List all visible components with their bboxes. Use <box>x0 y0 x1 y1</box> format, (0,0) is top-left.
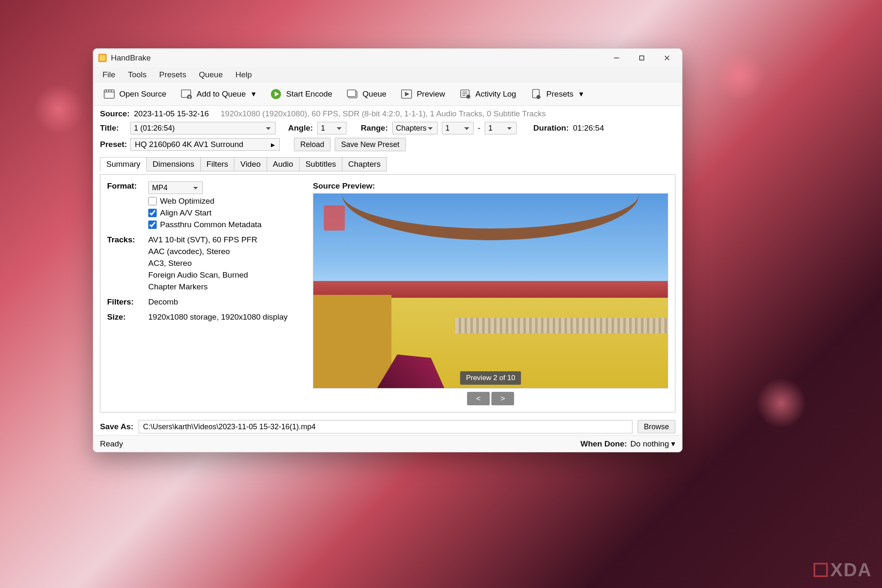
document-gear-icon <box>530 88 542 100</box>
app-title: HandBrake <box>111 53 151 63</box>
chevron-right-icon: ▸ <box>271 140 275 150</box>
source-preview-label: Source Preview: <box>313 181 668 191</box>
passthru-metadata-checkbox[interactable]: Passthru Common Metadata <box>148 220 300 229</box>
svg-marker-18 <box>405 92 409 96</box>
svg-rect-1 <box>640 56 644 60</box>
when-done-select[interactable]: Do nothing ▾ <box>630 439 675 449</box>
duration-value: 01:26:54 <box>573 123 604 133</box>
svg-point-25 <box>537 95 540 99</box>
menu-tools[interactable]: Tools <box>122 68 152 81</box>
angle-select[interactable]: 1 <box>317 122 346 134</box>
track-line: AV1 10-bit (SVT), 60 FPS PFR <box>148 235 300 244</box>
title-select[interactable]: 1 (01:26:54) <box>130 122 276 134</box>
menu-help[interactable]: Help <box>229 68 257 81</box>
filters-value: Decomb <box>148 297 300 307</box>
preset-select[interactable]: HQ 2160p60 4K AV1 Surround ▸ <box>130 138 280 151</box>
track-line: Foreign Audio Scan, Burned <box>148 270 300 280</box>
pictures-icon <box>346 88 358 100</box>
tab-audio[interactable]: Audio <box>267 157 300 171</box>
preview-button[interactable]: Preview <box>395 86 451 102</box>
tab-chapters[interactable]: Chapters <box>342 157 387 171</box>
activity-log-button[interactable]: Activity Log <box>454 86 522 102</box>
track-line: AAC (avcodec), Stereo <box>148 247 300 256</box>
title-label: Title: <box>100 123 126 133</box>
preset-label: Preset: <box>100 140 126 149</box>
minimize-button[interactable] <box>604 49 629 67</box>
save-as-row: Save As: Browse <box>93 417 682 435</box>
web-optimized-checkbox[interactable]: Web Optimized <box>148 197 300 206</box>
menubar: File Tools Presets Queue Help <box>93 67 682 82</box>
app-window: HandBrake File Tools Presets Queue Help … <box>93 48 682 452</box>
align-av-checkbox[interactable]: Align A/V Start <box>148 208 300 218</box>
tab-filters[interactable]: Filters <box>200 157 235 171</box>
angle-label: Angle: <box>288 123 313 133</box>
menu-presets[interactable]: Presets <box>153 68 192 81</box>
range-mode-select[interactable]: Chapters <box>392 122 438 134</box>
source-name: 2023-11-05 15-32-16 <box>134 109 209 118</box>
app-icon <box>98 54 107 62</box>
title-row: Title: 1 (01:26:54) Angle: 1 Range: Chap… <box>100 122 675 134</box>
toolbar: Open Source Add to Queue ▾ Start Encode … <box>93 82 682 106</box>
source-label: Source: <box>100 109 130 118</box>
menu-queue[interactable]: Queue <box>193 68 228 81</box>
preview-badge: Preview 2 of 10 <box>460 371 521 385</box>
play-rect-icon <box>401 88 412 100</box>
open-source-button[interactable]: Open Source <box>97 86 172 102</box>
tab-dimensions[interactable]: Dimensions <box>146 157 200 171</box>
log-icon <box>459 88 471 100</box>
menu-file[interactable]: File <box>97 68 121 81</box>
picture-add-icon <box>181 88 192 100</box>
titlebar: HandBrake <box>93 49 682 67</box>
source-row: Source: 2023-11-05 15-32-16 1920x1080 (1… <box>100 109 675 118</box>
maximize-button[interactable] <box>629 49 654 67</box>
status-text: Ready <box>100 439 123 449</box>
chevron-down-icon: ▾ <box>579 89 583 99</box>
presets-button[interactable]: Presets ▾ <box>525 86 589 102</box>
close-button[interactable] <box>654 49 680 67</box>
browse-button[interactable]: Browse <box>638 420 675 433</box>
range-label: Range: <box>361 123 388 133</box>
tab-video[interactable]: Video <box>234 157 267 171</box>
source-meta: 1920x1080 (1920x1080), 60 FPS, SDR (8-bi… <box>220 109 546 118</box>
track-line: AC3, Stereo <box>148 259 300 268</box>
range-from-select[interactable]: 1 <box>442 122 474 134</box>
tabs: Summary Dimensions Filters Video Audio S… <box>100 157 675 171</box>
track-line: Chapter Markers <box>148 282 300 291</box>
film-icon <box>103 88 115 100</box>
reload-button[interactable]: Reload <box>294 138 331 151</box>
when-done-label: When Done: <box>580 439 627 449</box>
tab-summary[interactable]: Summary <box>100 157 147 171</box>
format-select[interactable]: MP4 <box>148 181 203 194</box>
format-label: Format: <box>107 181 141 229</box>
tab-pane-summary: Format: MP4 Web Optimized Align A/V Star… <box>100 174 675 412</box>
size-value: 1920x1080 storage, 1920x1080 display <box>148 312 300 322</box>
size-label: Size: <box>107 312 141 322</box>
play-icon <box>270 88 282 100</box>
add-to-queue-button[interactable]: Add to Queue ▾ <box>175 86 262 102</box>
save-as-label: Save As: <box>100 422 134 431</box>
preview-image[interactable]: Preview 2 of 10 <box>313 193 668 388</box>
watermark: XDA <box>814 559 872 580</box>
tracks-label: Tracks: <box>107 235 141 291</box>
chevron-down-icon: ▾ <box>252 89 256 99</box>
save-new-preset-button[interactable]: Save New Preset <box>335 138 406 151</box>
tab-subtitles[interactable]: Subtitles <box>299 157 342 171</box>
start-encode-button[interactable]: Start Encode <box>264 86 338 102</box>
svg-point-23 <box>467 95 470 98</box>
queue-button[interactable]: Queue <box>341 86 392 102</box>
save-as-input[interactable] <box>139 420 633 433</box>
duration-label: Duration: <box>533 123 569 133</box>
preview-prev-button[interactable]: < <box>467 392 490 405</box>
svg-rect-4 <box>104 90 114 98</box>
range-to-select[interactable]: 1 <box>485 122 517 134</box>
statusbar: Ready When Done: Do nothing ▾ <box>93 435 682 452</box>
svg-rect-16 <box>347 90 356 97</box>
preset-row: Preset: HQ 2160p60 4K AV1 Surround ▸ Rel… <box>100 138 675 151</box>
filters-label: Filters: <box>107 297 141 307</box>
preview-next-button[interactable]: > <box>491 392 514 405</box>
